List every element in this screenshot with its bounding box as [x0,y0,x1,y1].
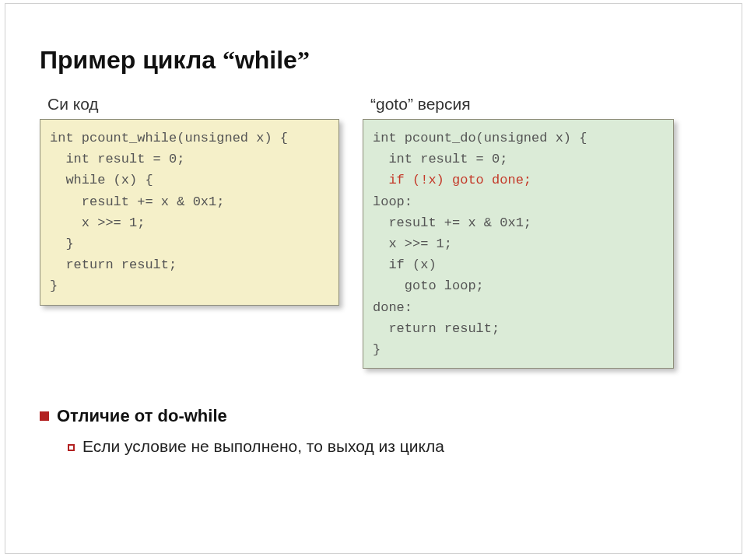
left-code-box: int pcount_while(unsigned x) { int resul… [40,119,339,306]
difference-heading: Отличие от do-while [40,406,710,426]
left-code: int pcount_while(unsigned x) { int resul… [50,131,288,293]
difference-section: Отличие от do-while Если условие не выпо… [40,406,710,456]
left-heading: Си код [40,95,339,113]
right-heading-quoted: goto [376,95,408,113]
right-code-red: if (!x) goto done; [373,173,531,187]
right-code-before: int pcount_do(unsigned x) { int result =… [373,131,587,166]
column-left: Си код int pcount_while(unsigned x) { in… [40,95,339,306]
right-code-box: int pcount_do(unsigned x) { int result =… [363,119,674,369]
right-heading-suffix: версия [413,95,471,113]
square-bullet-icon [40,411,49,421]
columns: Си код int pcount_while(unsigned x) { in… [40,95,710,369]
hollow-square-bullet-icon [68,444,75,451]
right-heading: “goto” версия [363,95,674,113]
title-quoted: while [235,46,297,74]
difference-heading-text: Отличие от do-while [57,406,227,425]
title-prefix: Пример цикла [40,46,223,74]
slide-title: Пример цикла “while” [40,46,710,75]
right-code-after: loop: result += x & 0x1; x >>= 1; if (x)… [373,194,531,357]
difference-point-text: Если условие не выполнено, то выход из ц… [82,437,444,455]
column-right: “goto” версия int pcount_do(unsigned x) … [363,95,674,369]
difference-point: Если условие не выполнено, то выход из ц… [68,437,710,456]
slide-frame: Пример цикла “while” Си код int pcount_w… [5,3,742,554]
